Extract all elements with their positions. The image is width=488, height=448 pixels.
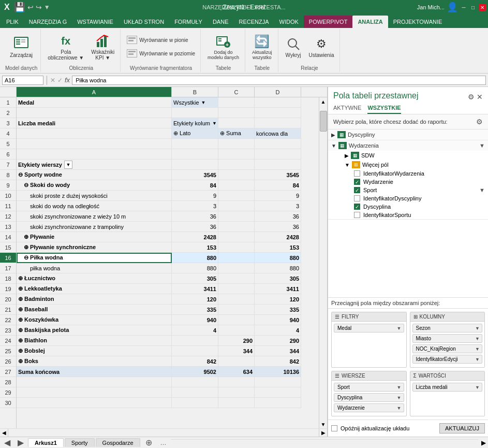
cell-D23[interactable]: 4 <box>255 325 301 336</box>
cell-C5[interactable] <box>218 139 255 149</box>
miasto-dropdown-icon[interactable]: ▼ <box>475 336 480 341</box>
cell-B6[interactable] <box>172 149 218 160</box>
cell-D13[interactable]: 36 <box>255 222 301 232</box>
cell-A1[interactable]: Medal <box>17 97 172 108</box>
cell-A11[interactable]: skoki do wody na odległość <box>17 201 172 211</box>
field-item-sport[interactable]: ✓ Sport ▼ <box>328 186 488 194</box>
cell-D18[interactable]: 305 <box>255 273 301 284</box>
sport-filter-icon[interactable]: ▼ <box>479 187 485 193</box>
tab-wstawianie[interactable]: WSTAWIANIE <box>72 16 119 28</box>
area-pill-edycja[interactable]: IdentyfikatorEdycji ▼ <box>412 355 483 364</box>
field-item-identyfikator-wydarzenia[interactable]: IdentyfikatorWydarzenia <box>328 169 488 178</box>
checkbox-sport[interactable]: ✓ <box>354 187 360 193</box>
cell-A12[interactable]: skoki zsynchronizowane z wieży 10 m <box>17 211 172 222</box>
cell-A26[interactable]: ⊕ Boks <box>17 356 172 367</box>
cell-D26[interactable]: 842 <box>255 356 301 367</box>
cell-A27[interactable]: Suma końcowa <box>17 367 172 377</box>
cell-D12[interactable]: 36 <box>255 211 301 222</box>
panel-gear-icon[interactable]: ⚙ <box>476 118 483 126</box>
medal-dropdown-icon[interactable]: ▼ <box>397 326 402 331</box>
cell-A2[interactable] <box>17 108 172 118</box>
undo-icon[interactable]: ↩ <box>27 3 34 11</box>
cell-C10[interactable] <box>218 191 255 201</box>
cell-C24[interactable]: 290 <box>218 336 255 346</box>
cell-A9[interactable]: ⊖ Skoki do wody <box>17 180 172 191</box>
cell-C25[interactable]: 344 <box>218 346 255 356</box>
cell-C8[interactable] <box>218 170 255 180</box>
cell-D7[interactable] <box>255 160 301 170</box>
btn-dodaj-model[interactable]: + Dodaj domodelu danych <box>205 32 242 62</box>
checkbox-id-sportu[interactable] <box>354 212 360 218</box>
panel-close-icon[interactable]: ✕ <box>477 93 483 101</box>
cell-A25[interactable]: ⊕ Bobslej <box>17 346 172 356</box>
cell-B8[interactable]: 3545 <box>172 170 218 180</box>
cell-B17[interactable]: 880 <box>172 263 218 273</box>
cell-C21[interactable] <box>218 305 255 315</box>
cell-D19[interactable]: 3411 <box>255 284 301 294</box>
col-header-B[interactable]: B <box>172 87 218 97</box>
cell-A15[interactable]: ⊕ Pływanie synchroniczne <box>17 242 172 253</box>
cell-D5[interactable] <box>255 139 301 149</box>
field-item-dyscyplina[interactable]: ✓ Dyscyplina <box>328 203 488 211</box>
tab-plik[interactable]: PLIK <box>1 16 24 28</box>
area-pill-wydarzenie-w[interactable]: Wydarzenie ▼ <box>334 403 404 412</box>
field-section-dyscypliny-header[interactable]: ▶ ▦ Dyscypliny <box>328 129 488 140</box>
cell-B20[interactable]: 120 <box>172 294 218 305</box>
cell-D3[interactable] <box>255 118 301 128</box>
cell-B5[interactable] <box>172 139 218 149</box>
cell-C12[interactable] <box>218 211 255 222</box>
cell-A20[interactable]: ⊕ Badminton <box>17 294 172 305</box>
btn-pola-oblicz[interactable]: fx Pola obliczeniowe ▼ <box>45 31 86 62</box>
cell-B4[interactable]: ⊕ Lato <box>172 128 218 139</box>
cell-D24[interactable]: 290 <box>255 336 301 346</box>
cell-C11[interactable] <box>218 201 255 211</box>
cell-B11[interactable]: 3 <box>172 201 218 211</box>
btn-wykryj[interactable]: Wykryj <box>283 34 304 60</box>
cell-B10[interactable]: 9 <box>172 191 218 201</box>
cell-A17[interactable]: piłka wodna <box>17 263 172 273</box>
tab-widok[interactable]: WIDOK <box>274 16 304 28</box>
cell-D20[interactable]: 120 <box>255 294 301 305</box>
cell-B14[interactable]: 2428 <box>172 232 218 242</box>
checkbox-wydarzenie[interactable]: ✓ <box>354 179 360 185</box>
cell-B29[interactable] <box>172 387 218 398</box>
cell-B24[interactable] <box>172 336 218 346</box>
cell-A29[interactable] <box>17 387 172 398</box>
cell-D28[interactable] <box>255 377 301 387</box>
cell-B13[interactable]: 36 <box>172 222 218 232</box>
checkbox-dyscyplina[interactable]: ✓ <box>354 204 360 210</box>
liczba-medali-dropdown-icon[interactable]: ▼ <box>475 385 480 390</box>
cell-D30[interactable] <box>255 398 301 408</box>
field-item-sdw[interactable]: ▶ ▦ SDW <box>328 151 488 160</box>
cell-A4[interactable] <box>17 128 172 139</box>
cell-C9[interactable] <box>218 180 255 191</box>
sheet-tab-sporty[interactable]: Sporty <box>65 438 95 447</box>
cell-C16[interactable] <box>218 253 255 263</box>
sheet-tab-gospodarze[interactable]: Gospodarze <box>96 438 140 447</box>
col-header-D[interactable]: D <box>255 87 301 97</box>
cancel-formula-icon[interactable]: ✕ <box>50 77 55 84</box>
cell-C1[interactable] <box>218 97 255 108</box>
cell-C7[interactable] <box>218 160 255 170</box>
area-pill-liczba-medali[interactable]: Liczba medali ▼ <box>412 383 483 392</box>
btn-wyrownanie-pion[interactable]: Wyrównanie w pionie <box>125 35 190 45</box>
confirm-formula-icon[interactable]: ✓ <box>57 77 63 84</box>
cell-D8[interactable]: 3545 <box>255 170 301 180</box>
btn-zarzadzaj[interactable]: Zarządzaj <box>7 34 35 60</box>
minimize-button[interactable]: ─ <box>460 4 467 11</box>
add-sheet-button[interactable]: ⊕ <box>141 438 156 447</box>
cell-B9[interactable]: 84 <box>172 180 218 191</box>
cell-C19[interactable] <box>218 284 255 294</box>
save-icon[interactable]: 💾 <box>14 2 25 13</box>
maximize-button[interactable]: □ <box>469 4 477 11</box>
cell-D15[interactable]: 153 <box>255 242 301 253</box>
sezon-dropdown-icon[interactable]: ▼ <box>475 326 480 331</box>
tab-formuly[interactable]: FORMUŁY <box>169 16 208 28</box>
field-item-identyfikator-dyscypliny[interactable]: IdentyfikatorDyscypliny <box>328 194 488 203</box>
tab-powerpivot[interactable]: POWERPIVOT <box>304 16 353 28</box>
cell-B23[interactable]: 4 <box>172 325 218 336</box>
tab-analiza[interactable]: ANALIZA <box>352 16 388 28</box>
cell-A18[interactable]: ⊕ Łucznictwo <box>17 273 172 284</box>
cell-A23[interactable]: ⊕ Baskijska pelota <box>17 325 172 336</box>
cell-A28[interactable] <box>17 377 172 387</box>
